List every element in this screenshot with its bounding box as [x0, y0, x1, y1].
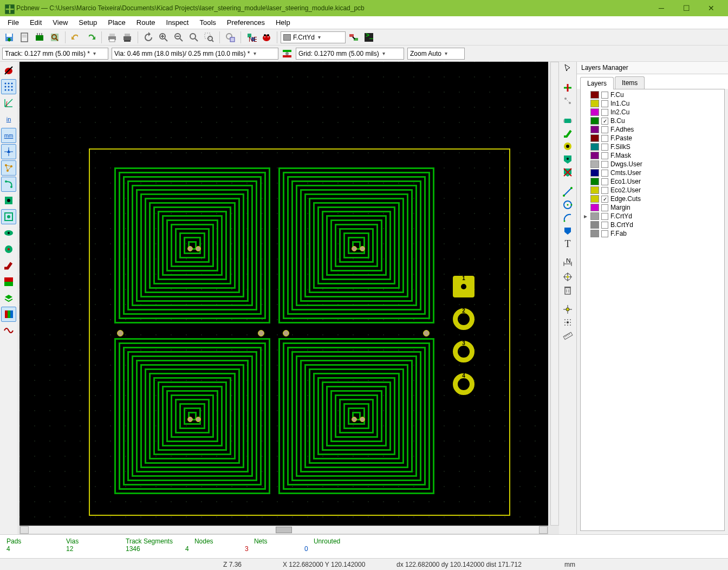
layer-row-In1-Cu[interactable]: In1.Cu	[582, 99, 723, 108]
menu-place[interactable]: Place	[102, 17, 131, 28]
board-setup-button[interactable]	[32, 30, 47, 44]
layer-visibility-checkbox[interactable]	[601, 213, 608, 220]
layer-visibility-checkbox[interactable]	[601, 170, 608, 177]
layer-visibility-checkbox[interactable]	[601, 161, 608, 168]
layer-color-swatch[interactable]	[590, 212, 599, 220]
layer-color-swatch[interactable]	[590, 221, 599, 229]
print-button[interactable]	[105, 30, 119, 44]
layer-visibility-checkbox[interactable]	[601, 144, 608, 151]
minimize-button[interactable]: ─	[649, 0, 674, 16]
zoom-selection-button[interactable]	[202, 30, 216, 44]
layer-row-F-Fab[interactable]: F.Fab	[582, 229, 723, 238]
drc-button[interactable]	[259, 30, 274, 44]
local-ratsnest-button[interactable]	[562, 95, 573, 106]
layer-color-swatch[interactable]	[590, 91, 599, 99]
select-tool-button[interactable]	[562, 63, 573, 74]
layer-color-swatch[interactable]	[590, 126, 599, 133]
track-via-settings-button[interactable]	[282, 48, 292, 59]
layer-visibility-checkbox[interactable]	[601, 222, 608, 229]
zoom-out-button[interactable]	[172, 30, 186, 44]
zoom-fit-button[interactable]	[187, 30, 201, 44]
menu-edit[interactable]: Edit	[24, 17, 47, 28]
inches-button[interactable]: in	[1, 112, 16, 127]
layer-visibility-checkbox[interactable]: ✓	[601, 118, 608, 125]
menu-inspect[interactable]: Inspect	[161, 17, 194, 28]
redo-button[interactable]	[84, 30, 98, 44]
pad-display-button[interactable]	[1, 225, 16, 241]
set-origin-button[interactable]	[562, 304, 573, 315]
grid-selector[interactable]: Grid: 0.1270 mm (5.00 mils)	[296, 48, 404, 60]
track-display-button[interactable]	[1, 258, 16, 273]
layer-visibility-checkbox[interactable]	[601, 204, 608, 211]
layer-row-F-Mask[interactable]: F.Mask	[582, 151, 723, 160]
menu-setup[interactable]: Setup	[73, 17, 102, 28]
layer-color-swatch[interactable]	[590, 160, 599, 168]
layer-color-swatch[interactable]	[590, 134, 599, 142]
layer-row-F-Cu[interactable]: F.Cu	[582, 90, 723, 99]
layer-color-swatch[interactable]	[590, 178, 599, 185]
place-target-button[interactable]	[562, 271, 573, 282]
layer-row-Margin[interactable]: Margin	[582, 203, 723, 212]
via-display-button[interactable]	[1, 242, 16, 257]
layers-manager-button[interactable]	[1, 307, 16, 322]
zoom-region-button[interactable]	[223, 30, 237, 44]
layer-row-B-Cu[interactable]: ✓B.Cu	[582, 116, 723, 125]
canvas-vscroll[interactable]	[550, 62, 559, 526]
grid-origin-button[interactable]	[562, 317, 573, 328]
layer-row-F-Adhes[interactable]: F.Adhes	[582, 125, 723, 134]
layer-visibility-checkbox[interactable]	[601, 152, 608, 159]
layer-row-Dwgs-User[interactable]: Dwgs.User	[582, 160, 723, 169]
tab-layers[interactable]: Layers	[580, 77, 614, 89]
place-text-button[interactable]: T	[565, 238, 571, 250]
layer-visibility-checkbox[interactable]	[601, 135, 608, 142]
layer-color-swatch[interactable]	[590, 186, 599, 194]
track-width-selector[interactable]: Track: 0.127 mm (5.00 mils) *	[2, 48, 108, 60]
zone-display-button[interactable]	[1, 193, 16, 208]
menu-file[interactable]: File	[2, 17, 24, 28]
layer-visibility-checkbox[interactable]	[601, 187, 608, 194]
layer-row-Edge-Cuts[interactable]: ✓Edge.Cuts	[582, 195, 723, 203]
save-button[interactable]	[2, 30, 16, 44]
layer-color-swatch[interactable]	[590, 108, 599, 116]
zone-outline-button[interactable]	[1, 209, 16, 224]
menu-route[interactable]: Route	[131, 17, 161, 28]
highlight-net-button[interactable]	[562, 82, 573, 93]
drc-toggle-button[interactable]	[1, 63, 16, 78]
menu-preferences[interactable]: Preferences	[222, 17, 270, 28]
scripting-button[interactable]: >_	[362, 30, 376, 44]
layer-visibility-checkbox[interactable]	[601, 92, 608, 99]
close-button[interactable]: ✕	[699, 0, 724, 16]
layer-row-B-CrtYd[interactable]: B.CrtYd	[582, 221, 723, 229]
layer-color-swatch[interactable]	[590, 204, 599, 211]
layer-row-F-Paste[interactable]: F.Paste	[582, 134, 723, 142]
layer-visibility-checkbox[interactable]	[601, 178, 608, 185]
canvas-hscroll[interactable]	[20, 526, 548, 534]
draw-arc-button[interactable]	[562, 212, 573, 223]
layer-row-F-SilkS[interactable]: F.SilkS	[582, 142, 723, 151]
page-settings-button[interactable]	[17, 30, 31, 44]
place-via-button[interactable]	[562, 141, 573, 152]
draw-circle-button[interactable]	[562, 199, 573, 210]
layer-visibility-checkbox[interactable]	[601, 230, 608, 237]
layer-color-swatch[interactable]	[590, 152, 599, 159]
layer-color-swatch[interactable]	[590, 117, 599, 125]
pcb-canvas[interactable]: 1234	[20, 62, 548, 526]
delete-button[interactable]	[562, 284, 573, 295]
ratsnest-toggle-button[interactable]	[1, 160, 16, 176]
layer-color-swatch[interactable]	[590, 143, 599, 151]
undo-button[interactable]	[69, 30, 83, 44]
measure-button[interactable]	[562, 330, 573, 341]
microwave-toolbar-button[interactable]	[1, 323, 16, 338]
layer-selector[interactable]: F.CrtYd	[281, 31, 346, 43]
menu-help[interactable]: Help	[270, 17, 296, 28]
layer-visibility-checkbox[interactable]: ✓	[601, 196, 608, 203]
layer-row-Eco2-User[interactable]: Eco2.User	[582, 186, 723, 195]
netlist-button[interactable]: NET	[244, 30, 258, 44]
ratsnest-curved-button[interactable]	[1, 177, 16, 192]
layer-row-Cmts-User[interactable]: Cmts.User	[582, 169, 723, 177]
zoom-in-button[interactable]	[157, 30, 171, 44]
plot-button[interactable]	[120, 30, 134, 44]
draw-line-button[interactable]	[562, 186, 573, 197]
route-track-button[interactable]	[562, 128, 573, 139]
layer-color-swatch[interactable]	[590, 100, 599, 107]
